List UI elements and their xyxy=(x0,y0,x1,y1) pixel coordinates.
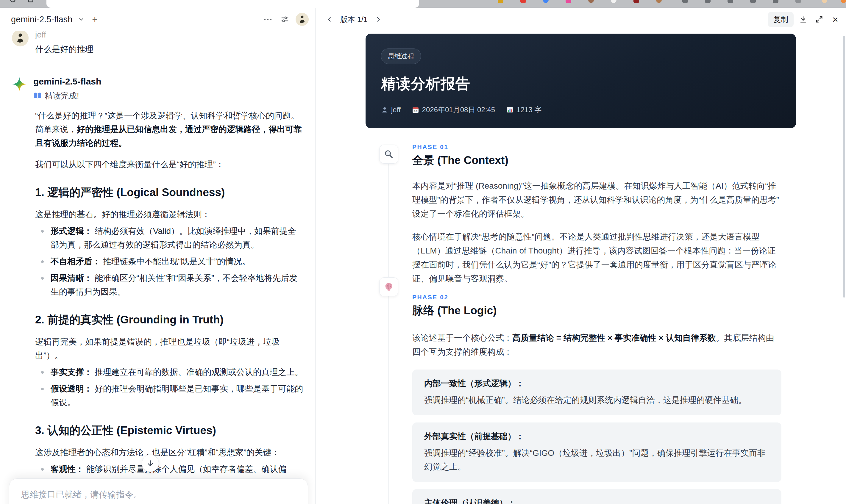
list-item: 不自相矛盾：推理链条中不能出现“既是又非”的情况。 xyxy=(35,255,304,268)
person-icon xyxy=(381,106,388,113)
extension-icon[interactable] xyxy=(727,0,733,3)
intro-paragraph: “什么是好的推理？”这是一个涉及逻辑学、认知科学和哲学核心的问题。简单来说，好的… xyxy=(35,109,304,150)
meta-author: jeff xyxy=(381,106,401,114)
extension-icon[interactable] xyxy=(543,0,549,3)
report-badge: 思维过程 xyxy=(381,49,421,64)
timeline-line xyxy=(388,164,389,504)
more-options-icon[interactable] xyxy=(261,13,274,26)
gemini-logo-icon xyxy=(12,77,27,92)
dimension-card: 内部一致性（形式逻辑）： 强调推理的“机械正确”。结论必须在给定的规则系统内逻辑… xyxy=(412,370,781,415)
extension-icon[interactable] xyxy=(566,0,571,3)
section-2-list: 事实支撑：推理建立在可靠的数据、准确的观测或公认的真理之上。 假设透明：好的推理… xyxy=(35,365,304,409)
magnifier-icon xyxy=(384,149,394,159)
copy-button[interactable]: 复制 xyxy=(768,12,794,27)
chat-panel: gemini-2.5-flash + xyxy=(0,8,316,504)
dimension-card: 外部真实性（前提基础）： 强调推理的“经验校准”。解决“GIGO（垃圾进，垃圾出… xyxy=(412,422,781,482)
extension-icon[interactable] xyxy=(498,0,504,3)
user-message-text: 什么是好的推理 xyxy=(35,43,93,55)
section-3-lead: 这涉及推理者的心态和方法论，也是区分“杠精”和“思想家”的关键： xyxy=(35,446,304,460)
dimension-card: 主体伦理（认识美德）： 转向推理者的心理特征。引入奥卡姆剃刀和反向论证，旨在克服… xyxy=(412,489,781,504)
report-body: PHASE 01 全景 (The Context) 本内容是对“推理 (Reas… xyxy=(412,143,781,504)
assistant-status: 精读完成! xyxy=(33,90,302,101)
phase-1-section: PHASE 01 全景 (The Context) 本内容是对“推理 (Reas… xyxy=(412,143,781,286)
artifact-header: 版本 1/1 复制 × xyxy=(316,8,846,31)
sliders-settings-icon[interactable] xyxy=(278,13,292,26)
phase-2-label: PHASE 02 xyxy=(412,293,781,301)
section-1-lead: 这是推理的基石。好的推理必须遵循逻辑法则： xyxy=(35,208,304,221)
extension-icon[interactable] xyxy=(611,0,616,3)
phase-1-label: PHASE 01 xyxy=(412,143,781,151)
phase-1-node xyxy=(379,145,398,164)
user-message: jeff 什么是好的推理 xyxy=(12,30,304,55)
phase-2-node xyxy=(379,277,398,296)
phase-1-title: 全景 (The Context) xyxy=(412,154,781,167)
scrollbar-thumb[interactable] xyxy=(843,36,845,298)
user-avatar[interactable] xyxy=(296,13,309,26)
message-composer[interactable]: 思维接口已就绪，请传输指令。 + xyxy=(9,479,308,504)
composer-placeholder[interactable]: 思维接口已就绪，请传输指令。 xyxy=(21,489,296,501)
browser-address-bar[interactable] xyxy=(47,0,419,8)
list-item: 事实支撑：推理建立在可靠的数据、准确的观测或公认的真理之上。 xyxy=(35,365,304,379)
extension-icon[interactable] xyxy=(520,0,526,3)
chevron-down-icon[interactable] xyxy=(75,13,88,26)
extension-icon[interactable] xyxy=(633,0,639,3)
browser-toolbar xyxy=(0,0,846,8)
user-avatar xyxy=(12,30,29,47)
apps-grid-icon[interactable] xyxy=(28,0,33,2)
section-1-title: 1. 逻辑的严密性 (Logical Soundness) xyxy=(35,185,304,200)
extension-icon[interactable] xyxy=(656,0,662,3)
dimension-line: 我们可以从以下四个维度来衡量什么是“好的推理”： xyxy=(35,158,304,172)
assistant-name: gemini-2.5-flash xyxy=(33,76,302,87)
extension-icon[interactable] xyxy=(682,0,688,3)
chat-header: gemini-2.5-flash + xyxy=(0,8,315,31)
list-item: 因果清晰：能准确区分“相关性”和“因果关系”，不会轻率地将先后发生的事情归为因果… xyxy=(35,271,304,299)
phase-1-paragraph: 本内容是对“推理 (Reasoning)”这一抽象概念的高层建模。在知识爆炸与人… xyxy=(412,179,781,221)
section-2-title: 2. 前提的真实性 (Grounding in Truth) xyxy=(35,312,304,327)
meta-word-count: 1213 字 xyxy=(506,105,542,114)
artifact-panel: 版本 1/1 复制 × 思维过程 精读分析报告 xyxy=(316,8,846,504)
extension-icon[interactable] xyxy=(588,0,594,3)
phase-2-formula: 该论述基于一个核心公式：高质量结论 = 结构完整性 × 事实准确性 × 认知自律… xyxy=(412,331,781,359)
extension-icon[interactable] xyxy=(705,0,710,3)
section-2-lead: 逻辑再完美，如果前提是错误的，推理也是垃圾（即“垃圾进，垃圾出”）。 xyxy=(35,335,304,362)
bar-chart-icon xyxy=(506,106,513,113)
list-item: 假设透明：好的推理会明确指明哪些是已知事实，哪些是基于可能的假设。 xyxy=(35,382,304,409)
assistant-markdown: “什么是好的推理？”这是一个涉及逻辑学、认知科学和哲学核心的问题。简单来说，好的… xyxy=(35,109,304,504)
download-icon[interactable] xyxy=(797,13,810,26)
report-meta: jeff 17 2026年01月08日 02:45 1213 字 xyxy=(381,105,780,114)
calendar-icon: 17 xyxy=(412,106,419,113)
user-name: jeff xyxy=(35,30,93,40)
phase-1-paragraph: 核心情境在于解决“思考的随意性”问题。不论是人类通过批判性思维进行决策，还是大语… xyxy=(412,230,781,286)
fullscreen-icon[interactable] xyxy=(813,13,826,26)
model-selector[interactable]: gemini-2.5-flash xyxy=(11,15,72,24)
phase-2-section: PHASE 02 脉络 (The Logic) 该论述基于一个核心公式：高质量结… xyxy=(412,293,781,504)
app-window: gemini-2.5-flash + xyxy=(0,8,846,504)
extension-icon[interactable] xyxy=(795,0,801,3)
extension-icon[interactable] xyxy=(773,0,778,3)
version-label: 版本 1/1 xyxy=(340,15,368,24)
phase-2-title: 脉络 (The Logic) xyxy=(412,304,781,317)
assistant-message: gemini-2.5-flash 精读完成! xyxy=(12,76,304,101)
book-icon xyxy=(33,92,42,100)
new-chat-button[interactable]: + xyxy=(92,15,98,24)
previous-version-icon[interactable] xyxy=(323,13,336,26)
close-icon[interactable]: × xyxy=(829,13,842,26)
report-title: 精读分析报告 xyxy=(381,74,780,94)
extension-icon[interactable] xyxy=(841,0,846,3)
section-3-title: 3. 认知的公正性 (Epistemic Virtues) xyxy=(35,423,304,438)
reload-icon[interactable] xyxy=(10,0,16,2)
arrow-down-icon xyxy=(146,460,154,467)
report-hero-card: 思维过程 精读分析报告 jeff 17 2026年01月08日 02:45 12… xyxy=(366,34,796,128)
scroll-to-bottom-button[interactable] xyxy=(142,455,159,472)
extension-icon[interactable] xyxy=(750,0,756,3)
profile-avatar-icon[interactable] xyxy=(822,0,827,3)
chat-thread: jeff 什么是好的推理 gemini-2.5-flash xyxy=(12,29,304,504)
section-1-list: 形式逻辑：结构必须有效（Valid）。比如演绎推理中，如果前提全部为真，那么通过… xyxy=(35,224,304,299)
list-item: 形式逻辑：结构必须有效（Valid）。比如演绎推理中，如果前提全部为真，那么通过… xyxy=(35,224,304,252)
svg-text:17: 17 xyxy=(414,109,417,112)
next-version-icon[interactable] xyxy=(372,13,385,26)
brain-icon xyxy=(384,282,394,292)
meta-date: 17 2026年01月08日 02:45 xyxy=(412,105,495,114)
